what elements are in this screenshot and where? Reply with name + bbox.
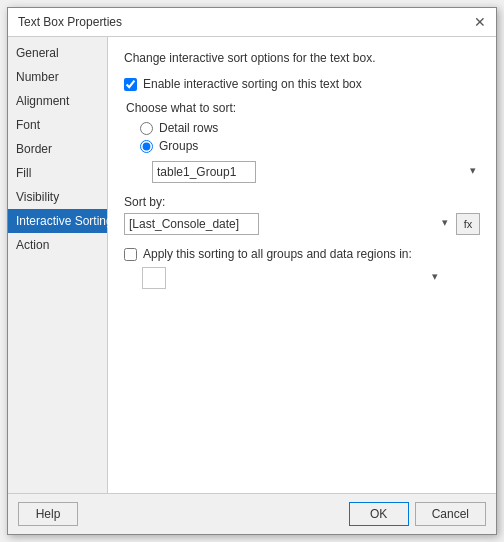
- ok-button[interactable]: OK: [349, 502, 409, 526]
- apply-checkbox-row: Apply this sorting to all groups and dat…: [124, 247, 480, 261]
- sort-by-dropdown[interactable]: [Last_Console_date]: [124, 213, 259, 235]
- main-content: Change interactive sort options for the …: [108, 37, 496, 493]
- sidebar-item-visibility[interactable]: Visibility: [8, 185, 107, 209]
- text-box-properties-dialog: Text Box Properties ✕ General Number Ali…: [7, 7, 497, 535]
- apply-dropdown-row: [142, 267, 480, 289]
- groups-label: Groups: [159, 139, 198, 153]
- groups-radio[interactable]: [140, 140, 153, 153]
- cancel-button[interactable]: Cancel: [415, 502, 486, 526]
- apply-dropdown[interactable]: [142, 267, 166, 289]
- apply-all-checkbox[interactable]: [124, 248, 137, 261]
- sort-by-label: Sort by:: [124, 195, 480, 209]
- detail-rows-radio[interactable]: [140, 122, 153, 135]
- fx-button[interactable]: fx: [456, 213, 480, 235]
- detail-rows-radio-row: Detail rows: [140, 121, 480, 135]
- enable-checkbox-row: Enable interactive sorting on this text …: [124, 77, 480, 91]
- apply-dropdown-wrapper: [142, 267, 442, 289]
- groups-radio-row: Groups: [140, 139, 480, 153]
- choose-label: Choose what to sort:: [126, 101, 480, 115]
- detail-rows-label: Detail rows: [159, 121, 218, 135]
- group-dropdown-row: table1_Group1: [152, 161, 480, 183]
- sort-by-dropdown-wrapper: [Last_Console_date]: [124, 213, 452, 235]
- sidebar-item-border[interactable]: Border: [8, 137, 107, 161]
- group-dropdown[interactable]: table1_Group1: [152, 161, 256, 183]
- sidebar-item-interactive-sorting[interactable]: Interactive Sorting: [8, 209, 107, 233]
- dialog-title: Text Box Properties: [18, 15, 122, 29]
- sidebar-item-fill[interactable]: Fill: [8, 161, 107, 185]
- radio-group: Detail rows Groups: [140, 121, 480, 153]
- help-button[interactable]: Help: [18, 502, 78, 526]
- sidebar-item-alignment[interactable]: Alignment: [8, 89, 107, 113]
- dialog-body: General Number Alignment Font Border Fil…: [8, 37, 496, 493]
- sidebar: General Number Alignment Font Border Fil…: [8, 37, 108, 493]
- footer-left: Help: [18, 502, 78, 526]
- dialog-titlebar: Text Box Properties ✕: [8, 8, 496, 37]
- enable-sort-label: Enable interactive sorting on this text …: [143, 77, 362, 91]
- footer-right: OK Cancel: [349, 502, 486, 526]
- apply-all-label: Apply this sorting to all groups and dat…: [143, 247, 412, 261]
- section-title: Change interactive sort options for the …: [124, 51, 480, 65]
- sidebar-item-action[interactable]: Action: [8, 233, 107, 257]
- enable-sort-checkbox[interactable]: [124, 78, 137, 91]
- sort-by-row: [Last_Console_date] fx: [124, 213, 480, 235]
- close-icon[interactable]: ✕: [474, 14, 486, 30]
- sidebar-item-general[interactable]: General: [8, 41, 107, 65]
- dialog-footer: Help OK Cancel: [8, 493, 496, 534]
- sidebar-item-font[interactable]: Font: [8, 113, 107, 137]
- sidebar-item-number[interactable]: Number: [8, 65, 107, 89]
- group-dropdown-wrapper: table1_Group1: [152, 161, 480, 183]
